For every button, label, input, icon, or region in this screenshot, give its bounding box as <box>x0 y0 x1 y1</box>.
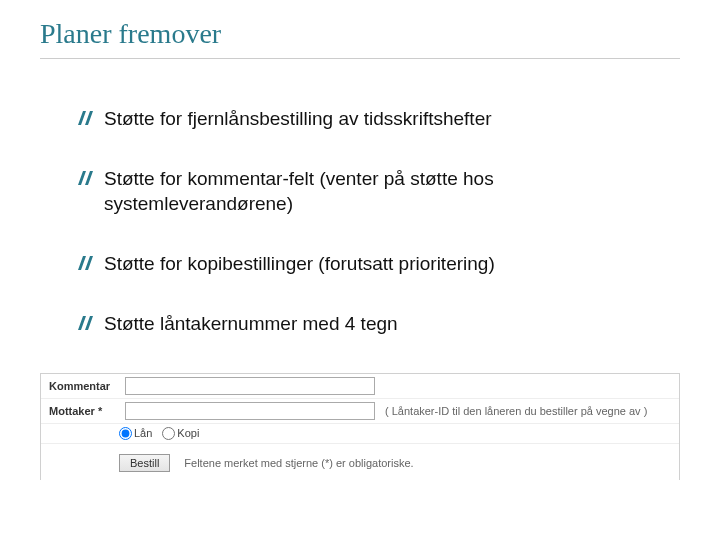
radio-lan-label: Lån <box>134 427 152 439</box>
mottaker-label: Mottaker * <box>49 405 119 417</box>
bullet-list: Støtte for fjernlånsbestilling av tidssk… <box>76 107 660 337</box>
mottaker-input[interactable] <box>125 402 375 420</box>
title-rule <box>40 58 680 59</box>
radio-lan-input[interactable] <box>119 427 132 440</box>
radio-kopi-label: Kopi <box>177 427 199 439</box>
double-slash-icon <box>76 254 94 272</box>
row-actions: Bestill Feltene merket med stjerne (*) e… <box>41 444 679 480</box>
list-item-text: Støtte for kopibestillinger (forutsatt p… <box>104 253 495 274</box>
list-item: Støtte for fjernlånsbestilling av tidssk… <box>76 107 660 131</box>
list-item-text: Støtte for kommentar-felt (venter på stø… <box>104 168 494 213</box>
list-item: Støtte låntakernummer med 4 tegn <box>76 312 660 336</box>
submit-button[interactable]: Bestill <box>119 454 170 472</box>
row-type: Lån Kopi <box>41 424 679 444</box>
radio-kopi[interactable]: Kopi <box>162 427 199 440</box>
list-item: Støtte for kopibestillinger (forutsatt p… <box>76 252 660 276</box>
list-item-text: Støtte låntakernummer med 4 tegn <box>104 313 398 334</box>
row-kommentar: Kommentar <box>41 374 679 399</box>
required-note: Feltene merket med stjerne (*) er obliga… <box>184 457 413 469</box>
list-item: Støtte for kommentar-felt (venter på stø… <box>76 167 660 216</box>
form-panel: Kommentar Mottaker * ( Låntaker-ID til d… <box>40 373 680 480</box>
radio-kopi-input[interactable] <box>162 427 175 440</box>
radio-lan[interactable]: Lån <box>119 427 152 440</box>
list-item-text: Støtte for fjernlånsbestilling av tidssk… <box>104 108 492 129</box>
kommentar-label: Kommentar <box>49 380 119 392</box>
double-slash-icon <box>76 109 94 127</box>
mottaker-hint: ( Låntaker-ID til den låneren du bestill… <box>385 405 647 417</box>
double-slash-icon <box>76 314 94 332</box>
row-mottaker: Mottaker * ( Låntaker-ID til den låneren… <box>41 399 679 424</box>
page-title: Planer fremover <box>40 18 720 50</box>
kommentar-input[interactable] <box>125 377 375 395</box>
double-slash-icon <box>76 169 94 187</box>
